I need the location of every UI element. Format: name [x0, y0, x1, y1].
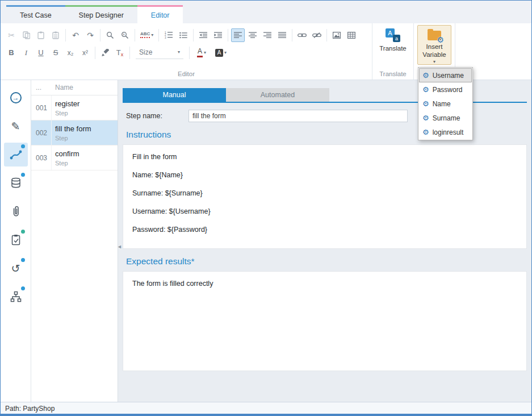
- notification-dot: [21, 230, 25, 234]
- tab-step-designer[interactable]: Step Designer: [65, 5, 137, 23]
- step-row-register[interactable]: 001 register Step: [31, 95, 118, 120]
- cut-icon[interactable]: ✂: [5, 28, 18, 42]
- sidebar-item-hierarchy[interactable]: [4, 285, 28, 309]
- strikethrough-icon[interactable]: S: [49, 46, 62, 60]
- spellcheck-button[interactable]: ABC ▾: [138, 28, 156, 42]
- step-row-fill-the-form[interactable]: 002 fill the form Step: [31, 120, 118, 145]
- status-path: Path: PartyShop: [5, 405, 55, 413]
- translate-group: A a Translate Translate: [372, 23, 414, 80]
- insert-image-icon[interactable]: [330, 28, 344, 42]
- steps-icon: [9, 148, 23, 161]
- copy-icon[interactable]: [19, 28, 33, 42]
- sitemap-icon: [10, 290, 22, 303]
- remove-format-icon[interactable]: Tx: [113, 46, 127, 60]
- link-icon[interactable]: [295, 28, 309, 42]
- menu-item-name[interactable]: ⚙ Name: [419, 97, 472, 111]
- separator: [95, 47, 95, 59]
- insert-variable-menu: ⚙ Username ⚙ Password ⚙ Name ⚙ Surname ⚙…: [418, 67, 473, 140]
- menu-item-loginresult[interactable]: ⚙ loginresult: [419, 125, 472, 139]
- background-color-button[interactable]: A ▾: [212, 46, 230, 60]
- align-left-icon[interactable]: [231, 28, 245, 42]
- bold-icon[interactable]: B: [5, 46, 18, 60]
- replace-icon[interactable]: a: [118, 28, 132, 42]
- step-number: 001: [31, 95, 52, 120]
- format-painter-icon[interactable]: [98, 46, 112, 60]
- notification-dot: [21, 286, 25, 290]
- menu-item-label: Surname: [433, 114, 460, 122]
- translate-icon-back: a: [393, 35, 400, 42]
- menu-item-password[interactable]: ⚙ Password: [419, 82, 472, 97]
- step-number: 003: [31, 145, 52, 170]
- underline-icon[interactable]: U: [34, 46, 48, 60]
- instructions-editor[interactable]: Fill in the form Name: ${Name} Surname: …: [123, 144, 527, 249]
- translate-button[interactable]: A a Translate: [376, 25, 410, 53]
- history-icon: ↺: [11, 263, 20, 274]
- align-right-icon[interactable]: [261, 28, 274, 42]
- tab-manual[interactable]: Manual: [123, 88, 226, 102]
- font-size-dropdown[interactable]: Size ▾: [136, 47, 183, 59]
- remove-format-x: x: [121, 52, 124, 57]
- step-name-input[interactable]: [188, 110, 408, 122]
- sidebar-item-navigate[interactable]: →: [4, 86, 28, 110]
- paste-icon[interactable]: [34, 28, 48, 42]
- left-iconbar: → ✎ ↺: [1, 80, 31, 402]
- status-bar: Path: PartyShop: [1, 402, 531, 414]
- instructions-line: Username: ${Username}: [132, 207, 517, 216]
- sidebar-item-data[interactable]: [4, 171, 28, 195]
- notification-dot: [21, 258, 25, 262]
- sidebar-item-steps[interactable]: [4, 143, 28, 167]
- superscript-icon[interactable]: x²: [78, 46, 92, 60]
- sidebar-item-attachments[interactable]: [4, 199, 28, 223]
- text-color-button[interactable]: A ▾: [192, 46, 211, 60]
- tab-automated[interactable]: Automated: [226, 88, 329, 102]
- chevron-down-icon: ▾: [151, 33, 153, 38]
- editor-toolbar-row-1: ✂ ↶ ↷ a ABC ▾ 123: [4, 26, 368, 44]
- remove-format-letter: T: [116, 48, 121, 57]
- steps-list-panel: ... Name 001 register Step 002 fill the …: [31, 80, 118, 402]
- step-name-label: Step name:: [126, 112, 188, 120]
- translate-button-label: Translate: [379, 44, 407, 52]
- instructions-line: Name: ${Name}: [132, 171, 517, 180]
- separator: [326, 29, 327, 41]
- gear-icon: ⚙: [422, 128, 429, 136]
- editor-toolbar-row-2: B I U S x₂ x² Tx Size ▾ A ▾: [4, 44, 368, 61]
- insert-variable-button[interactable]: ⚙ Insert Variable ▾: [417, 25, 451, 65]
- app-window: Test Case Step Designer Editor ✂ ↶ ↷ a A…: [0, 0, 532, 416]
- instructions-line: Surname: ${Surname}: [132, 189, 517, 198]
- justify-icon[interactable]: [275, 28, 289, 42]
- subscript-icon[interactable]: x₂: [64, 46, 77, 60]
- clipboard-check-icon: [10, 234, 22, 246]
- notification-dot: [21, 144, 25, 148]
- italic-icon[interactable]: I: [19, 46, 33, 60]
- undo-icon[interactable]: ↶: [69, 28, 82, 42]
- sidebar-item-checklist[interactable]: [4, 228, 28, 252]
- collapse-panel-handle[interactable]: ◄: [117, 244, 122, 249]
- increase-indent-icon[interactable]: [211, 28, 225, 42]
- separator: [228, 29, 228, 41]
- redo-icon[interactable]: ↷: [83, 28, 97, 42]
- menu-item-username[interactable]: ⚙ Username: [419, 68, 472, 82]
- sidebar-item-edit[interactable]: ✎: [4, 114, 28, 138]
- menu-item-surname[interactable]: ⚙ Surname: [419, 111, 472, 125]
- numbered-list-icon[interactable]: 123: [162, 28, 175, 42]
- bulleted-list-icon[interactable]: [177, 28, 190, 42]
- expected-results-editor[interactable]: The form is filled correctly: [123, 271, 527, 371]
- align-center-icon[interactable]: [246, 28, 259, 42]
- decrease-indent-icon[interactable]: [196, 28, 210, 42]
- find-icon[interactable]: [103, 28, 117, 42]
- sidebar-item-history[interactable]: ↺: [4, 256, 28, 280]
- gear-icon: ⚙: [422, 72, 429, 79]
- paste-as-text-icon[interactable]: [49, 28, 62, 42]
- svg-text:3: 3: [165, 36, 166, 39]
- tab-editor[interactable]: Editor: [137, 5, 183, 23]
- font-size-label: Size: [139, 48, 152, 56]
- unlink-icon[interactable]: [310, 28, 324, 42]
- insert-table-icon[interactable]: [345, 28, 358, 42]
- background-color-icon: A: [215, 49, 223, 57]
- gear-icon: ⚙: [422, 86, 429, 93]
- ribbon-tabstrip: Test Case Step Designer Editor: [1, 1, 531, 23]
- step-row-confirm[interactable]: 003 confirm Step: [31, 145, 118, 170]
- tab-test-case[interactable]: Test Case: [6, 5, 65, 23]
- chevron-down-icon: ▾: [178, 50, 180, 55]
- step-type: Step: [55, 110, 79, 117]
